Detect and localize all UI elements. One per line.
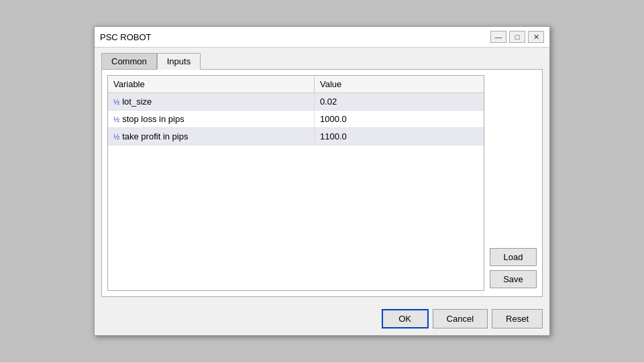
cell-value-0: 0.02	[315, 93, 484, 110]
close-button[interactable]: ✕	[528, 31, 544, 43]
ok-button[interactable]: OK	[382, 309, 429, 328]
dialog-title: PSC ROBOT	[100, 32, 152, 42]
cell-variable-0: ½lot_size	[108, 93, 315, 110]
table-row[interactable]: ½lot_size 0.02	[108, 93, 484, 111]
cell-value-2: 1100.0	[315, 128, 484, 145]
cancel-button[interactable]: Cancel	[433, 309, 488, 328]
cell-variable-1: ½stop loss in pips	[108, 111, 315, 127]
cell-variable-2: ½take profit in pips	[108, 128, 315, 145]
cell-value-1: 1000.0	[315, 111, 484, 127]
variable-icon-0: ½	[113, 98, 119, 106]
main-dialog: PSC ROBOT — □ ✕ Common Inputs Variable V…	[94, 26, 550, 336]
reset-button[interactable]: Reset	[492, 309, 543, 328]
minimize-button[interactable]: —	[490, 31, 506, 43]
variable-icon-2: ½	[113, 133, 119, 141]
title-bar-controls: — □ ✕	[490, 31, 544, 43]
tab-bar: Common Inputs	[101, 53, 543, 70]
dialog-footer: OK Cancel Reset	[95, 304, 549, 335]
column-header-value: Value	[315, 76, 484, 93]
dialog-body: Common Inputs Variable Value ½lot_size 0…	[95, 48, 549, 304]
load-button[interactable]: Load	[490, 248, 537, 266]
table-row[interactable]: ½take profit in pips 1100.0	[108, 128, 484, 145]
tab-inputs[interactable]: Inputs	[157, 53, 201, 70]
tab-common[interactable]: Common	[101, 53, 157, 70]
variable-icon-1: ½	[113, 115, 119, 123]
table-header: Variable Value	[108, 76, 484, 93]
content-area: Variable Value ½lot_size 0.02 ½stop loss…	[101, 69, 543, 297]
table-row[interactable]: ½stop loss in pips 1000.0	[108, 111, 484, 128]
title-bar: PSC ROBOT — □ ✕	[95, 27, 549, 48]
column-header-variable: Variable	[108, 76, 315, 93]
inputs-table: Variable Value ½lot_size 0.02 ½stop loss…	[107, 75, 484, 291]
save-button[interactable]: Save	[490, 270, 537, 288]
side-buttons: Load Save	[490, 75, 537, 291]
maximize-button[interactable]: □	[509, 31, 525, 43]
